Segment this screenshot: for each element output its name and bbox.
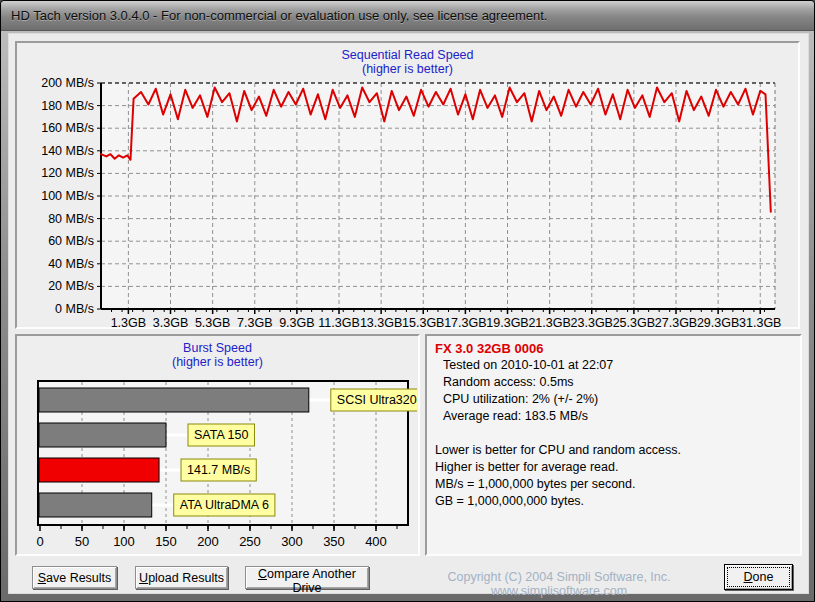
compare-another-drive-button[interactable]: Compare Another Drive: [245, 566, 369, 589]
x-tick-label: 150: [155, 534, 177, 549]
info-notes: Lower is better for CPU and random acces…: [435, 442, 792, 510]
y-tick-label: 0 MB/s: [55, 302, 94, 316]
drive-stats: Tested on 2010-10-01 at 22:07Random acce…: [435, 357, 792, 425]
copyright-text: Copyright (C) 2004 Simpli Software, Inc.…: [394, 570, 724, 598]
x-tick-label: 11,3GB: [318, 316, 359, 327]
x-tick-label: 0: [36, 534, 43, 549]
y-tick-label: 200 MB/s: [41, 77, 94, 90]
upload-results-button[interactable]: Upload Results: [135, 566, 228, 589]
y-tick-label: 120 MB/s: [41, 166, 94, 180]
y-tick-label: 40 MB/s: [48, 257, 94, 271]
x-tick-label: 1,3GB: [111, 316, 146, 327]
sequential-read-panel: Sequential Read Speed (higher is better)…: [15, 41, 800, 329]
burst-chart-subtitle: (higher is better): [17, 355, 418, 369]
app-window: HD Tach version 3.0.4.0 - For non-commer…: [0, 0, 815, 602]
x-tick-label: 5,3GB: [195, 316, 230, 327]
y-tick-label: 140 MB/s: [41, 144, 94, 158]
x-tick-label: 17,3GB: [444, 316, 486, 327]
burst-bar: [39, 388, 309, 412]
titlebar[interactable]: HD Tach version 3.0.4.0 - For non-commer…: [1, 1, 814, 31]
burst-speed-chart: SCSI Ultra320SATA 150141.7 MB/sATA Ultra…: [19, 378, 417, 552]
x-tick-label: 9,3GB: [279, 316, 314, 327]
x-tick-label: 100: [113, 534, 135, 549]
x-tick-label: 200: [197, 534, 219, 549]
y-tick-label: 180 MB/s: [41, 99, 94, 113]
x-tick-label: 13,3GB: [360, 316, 402, 327]
info-gap: [435, 425, 792, 442]
x-tick-label: 21,3GB: [528, 316, 570, 327]
info-line: Lower is better for CPU and random acces…: [435, 442, 792, 459]
x-tick-label: 31,3GB: [739, 316, 781, 327]
info-line: GB = 1,000,000,000 bytes.: [435, 493, 792, 510]
save-results-button[interactable]: Save Results: [32, 566, 117, 589]
burst-bar: [39, 423, 166, 447]
burst-speed-panel: Burst Speed (higher is better) SCSI Ultr…: [15, 334, 420, 556]
burst-chart-title: Burst Speed: [17, 341, 418, 355]
bar-label-text: SCSI Ultra320: [337, 393, 417, 407]
x-tick-label: 25,3GB: [613, 316, 655, 327]
bar-label-text: SATA 150: [194, 428, 248, 442]
sequential-read-chart: 0 MB/s20 MB/s40 MB/s60 MB/s80 MB/s100 MB…: [19, 77, 797, 327]
seq-chart-subtitle: (higher is better): [17, 62, 798, 76]
x-tick-label: 350: [323, 534, 345, 549]
info-line: Random access: 0.5ms: [435, 374, 792, 391]
x-tick-label: 3,3GB: [153, 316, 188, 327]
info-line: Higher is better for average read.: [435, 459, 792, 476]
x-tick-label: 400: [365, 534, 387, 549]
x-tick-label: 50: [75, 534, 89, 549]
x-tick-label: 300: [281, 534, 303, 549]
x-tick-label: 250: [239, 534, 261, 549]
info-line: Tested on 2010-10-01 at 22:07: [435, 357, 792, 374]
drive-name: FX 3.0 32GB 0006: [435, 340, 792, 357]
x-tick-label: 15,3GB: [402, 316, 444, 327]
info-line: MB/s = 1,000,000 bytes per second.: [435, 476, 792, 493]
bar-label-text: 141.7 MB/s: [187, 463, 250, 477]
client-area: Sequential Read Speed (higher is better)…: [8, 33, 809, 594]
info-line: CPU utilization: 2% (+/- 2%): [435, 391, 792, 408]
x-tick-label: 23,3GB: [571, 316, 613, 327]
done-button[interactable]: Done: [724, 564, 793, 590]
y-tick-label: 20 MB/s: [48, 279, 94, 293]
drive-info-panel: FX 3.0 32GB 0006 Tested on 2010-10-01 at…: [425, 334, 802, 556]
y-tick-label: 60 MB/s: [48, 234, 94, 248]
seq-chart-title: Sequential Read Speed: [17, 48, 798, 62]
y-tick-label: 80 MB/s: [48, 212, 94, 226]
info-line: Average read: 183.5 MB/s: [435, 408, 792, 425]
x-tick-label: 19,3GB: [486, 316, 528, 327]
x-tick-label: 27,3GB: [655, 316, 697, 327]
y-tick-label: 160 MB/s: [41, 121, 94, 135]
window-title: HD Tach version 3.0.4.0 - For non-commer…: [11, 8, 547, 23]
x-tick-label: 7,3GB: [237, 316, 272, 327]
burst-bar: [39, 493, 152, 517]
x-tick-label: 29,3GB: [697, 316, 739, 327]
burst-bar: [39, 458, 159, 482]
y-tick-label: 100 MB/s: [41, 189, 94, 203]
bar-label-text: ATA UltraDMA 6: [180, 498, 269, 512]
